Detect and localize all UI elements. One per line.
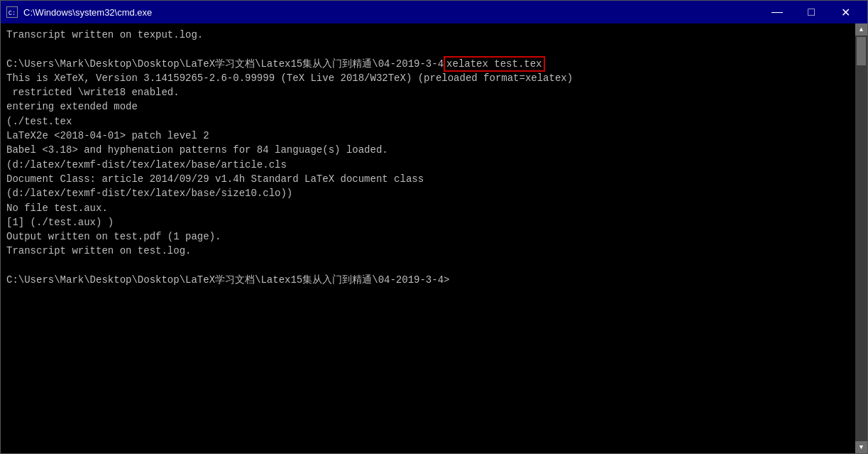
highlighted-command: xelatex test.tex xyxy=(444,56,544,72)
cmd-window: C: C:\Windows\system32\cmd.exe — □ ✕ Tra… xyxy=(0,0,868,454)
title-bar-left: C: C:\Windows\system32\cmd.exe xyxy=(6,6,152,18)
line-1: Transcript written on texput.log. xyxy=(6,29,203,40)
title-bar-controls: — □ ✕ xyxy=(761,1,862,23)
line-13: [1] (./test.aux) ) xyxy=(6,217,114,228)
line-15: Transcript written on test.log. xyxy=(6,245,191,256)
line-11: (d:/latex/texmf-dist/tex/latex/base/size… xyxy=(6,188,292,199)
console-output: Transcript written on texput.log. C:\Use… xyxy=(6,28,862,287)
scroll-down-button[interactable]: ▼ xyxy=(855,441,867,453)
scrollbar[interactable]: ▲ ▼ xyxy=(855,23,867,453)
line-5: entering extended mode xyxy=(6,101,138,112)
line-3: This is XeTeX, Version 3.14159265-2.6-0.… xyxy=(6,72,573,84)
line-17: C:\Users\Mark\Desktop\Dosktop\LaTeX学习文档\… xyxy=(6,274,449,286)
scroll-up-button[interactable]: ▲ xyxy=(855,23,867,36)
cmd-icon: C: xyxy=(6,6,18,18)
scrollbar-thumb[interactable] xyxy=(857,37,866,65)
line-8: Babel <3.18> and hyphenation patterns fo… xyxy=(6,144,388,156)
line-9: (d:/latex/texmf-dist/tex/latex/base/arti… xyxy=(6,159,287,171)
line-4: restricted \write18 enabled. xyxy=(6,87,180,98)
svg-text:C:: C: xyxy=(9,10,16,17)
line-6: (./test.tex xyxy=(6,116,72,127)
line-12: No file test.aux. xyxy=(6,202,108,214)
window-title: C:\Windows\system32\cmd.exe xyxy=(23,7,152,18)
minimize-button[interactable]: — xyxy=(761,1,793,23)
scrollbar-track[interactable] xyxy=(855,36,867,441)
line-blank-2 xyxy=(6,260,12,271)
close-button[interactable]: ✕ xyxy=(829,1,862,23)
line-10: Document Class: article 2014/09/29 v1.4h… xyxy=(6,173,424,185)
line-7: LaTeX2e <2018-04-01> patch level 2 xyxy=(6,130,209,141)
title-bar: C: C:\Windows\system32\cmd.exe — □ ✕ xyxy=(1,1,867,23)
line-14: Output written on test.pdf (1 page). xyxy=(6,231,221,242)
maximize-button[interactable]: □ xyxy=(795,1,828,23)
line-2-pre: C:\Users\Mark\Desktop\Dosktop\LaTeX学习文档\… xyxy=(6,58,444,70)
console-area: Transcript written on texput.log. C:\Use… xyxy=(1,23,867,453)
line-blank-1 xyxy=(6,43,12,55)
